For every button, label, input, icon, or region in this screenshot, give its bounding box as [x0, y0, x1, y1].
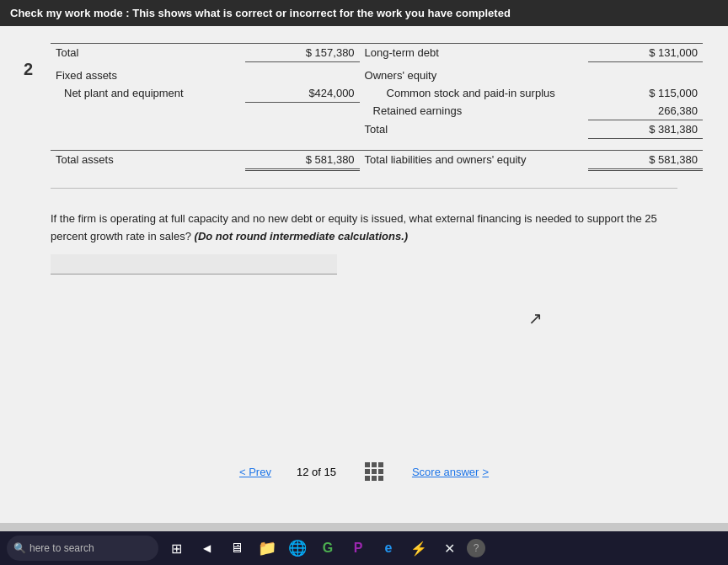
spacer2-left	[51, 120, 245, 139]
common-stock-label: Common stock and paid-in surplus	[360, 84, 589, 103]
net-plant-label: Net plant and equipment	[51, 84, 245, 103]
left-amount-empty1	[245, 62, 360, 84]
taskbar-folder-icon[interactable]: 📁	[254, 536, 280, 561]
owners-equity-label: Owners' equity	[360, 62, 589, 84]
check-work-banner: Check my work mode : This shows what is …	[0, 0, 728, 26]
taskbar-p-icon[interactable]: P	[345, 536, 371, 561]
right-label-ltd: Long-term debt	[360, 44, 589, 62]
taskbar-help-icon[interactable]: ?	[467, 539, 485, 557]
question-text: If the firm is operating at full capacit…	[51, 211, 677, 246]
page-number: 2	[24, 60, 33, 79]
spacer-amount	[245, 102, 360, 120]
cursor-indicator: ↗	[528, 308, 543, 328]
taskbar-red-icon[interactable]: ⚡	[406, 536, 431, 561]
left-amount-total: $ 157,380	[245, 44, 360, 62]
taskbar-back-icon[interactable]: ◀	[194, 536, 219, 561]
table-row: Total $ 381,380	[51, 120, 703, 139]
grid-icon[interactable]	[365, 462, 383, 481]
spacer2-amount	[245, 120, 360, 139]
taskbar-x-icon[interactable]: ✕	[436, 536, 462, 561]
bold-note: (Do not round intermediate calculations.…	[195, 230, 409, 243]
answer-input[interactable]	[51, 254, 337, 275]
total-equity-label: Total	[360, 120, 589, 139]
search-placeholder: here to search	[29, 542, 94, 554]
taskbar-edge-icon[interactable]: e	[376, 536, 401, 561]
total-liabilities-label: Total liabilities and owners' equity	[360, 151, 589, 170]
retained-earnings-label: Retained earnings	[360, 102, 589, 120]
spacer-row	[51, 139, 703, 151]
taskbar-windows-icon[interactable]: ⊞	[163, 536, 189, 561]
total-assets-label: Total assets	[51, 151, 245, 170]
right-amount-empty1	[588, 62, 703, 84]
taskbar-chrome-icon[interactable]: 🌐	[285, 536, 310, 561]
page-indicator: 12 of 15	[297, 466, 336, 478]
spacer-left	[51, 102, 245, 120]
common-stock-amount: $ 115,000	[588, 84, 703, 103]
score-answer-button[interactable]: Score answer >	[412, 466, 489, 478]
retained-earnings-amount: 266,380	[588, 102, 703, 120]
table-row: Net plant and equipment $424,000 Common …	[51, 84, 703, 103]
right-amount-ltd: $ 131,000	[588, 44, 703, 62]
taskbar: 🔍 here to search ⊞ ◀ 🖥 📁 🌐 G P e ⚡ ✕ ?	[0, 531, 728, 565]
score-label: Score answer	[412, 466, 479, 478]
answer-row[interactable]	[51, 254, 677, 275]
table-row: Total assets $ 581,380 Total liabilities…	[51, 151, 703, 170]
next-arrow: >	[482, 466, 489, 478]
prev-label: < Prev	[239, 466, 271, 478]
left-label-total: Total	[51, 44, 245, 62]
total-liabilities-amount: $ 581,380	[588, 151, 703, 170]
search-bar[interactable]: 🔍 here to search	[7, 536, 158, 561]
table-row: Fixed assets Owners' equity	[51, 62, 703, 84]
prev-button[interactable]: < Prev	[239, 466, 271, 478]
net-plant-amount: $424,000	[245, 84, 360, 103]
table-row: Total $ 157,380 Long-term debt $ 131,000	[51, 44, 703, 62]
total-equity-amount: $ 381,380	[588, 120, 703, 139]
bottom-navigation: < Prev 12 of 15 Score answer >	[0, 454, 728, 489]
taskbar-monitor-icon[interactable]: 🖥	[224, 536, 249, 561]
taskbar-g-icon[interactable]: G	[315, 536, 340, 561]
total-assets-amount: $ 581,380	[245, 151, 360, 170]
question-section: If the firm is operating at full capacit…	[0, 197, 728, 285]
balance-sheet: Total $ 157,380 Long-term debt $ 131,000	[51, 26, 703, 179]
fixed-assets-label: Fixed assets	[51, 62, 245, 84]
table-row: Retained earnings 266,380	[51, 102, 703, 120]
